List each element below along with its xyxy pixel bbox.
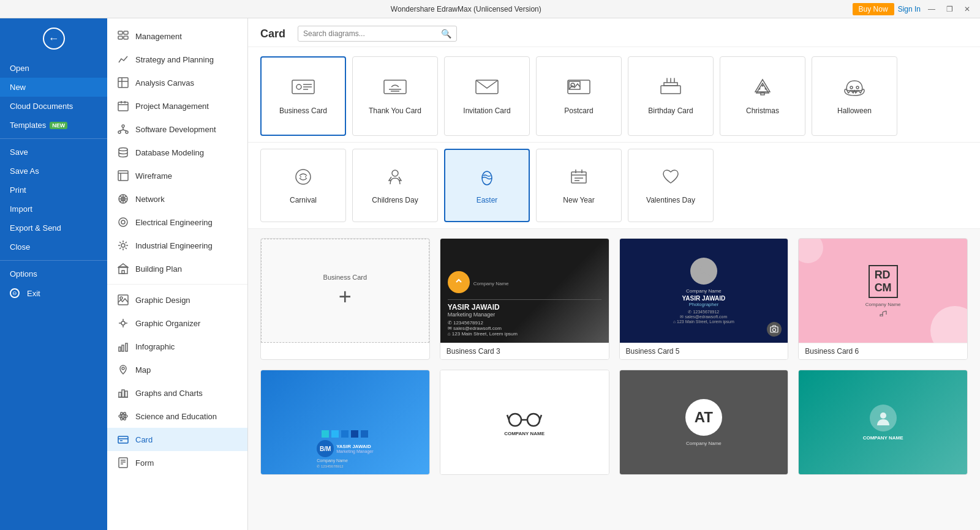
subcat-easter[interactable]: Easter: [444, 149, 530, 222]
titlebar: Wondershare EdrawMax (Unlicensed Version…: [0, 0, 980, 18]
card-type-business-card[interactable]: Business Card: [260, 56, 346, 136]
category-item-software[interactable]: Software Development: [107, 118, 247, 141]
business-card-icon: [291, 77, 315, 102]
industrial-icon: [117, 239, 129, 252]
back-button[interactable]: ←: [43, 28, 65, 50]
content-header: Card 🔍: [248, 18, 980, 47]
template-bcb[interactable]: COMPANY NAME: [440, 370, 609, 475]
category-item-wireframe[interactable]: Wireframe: [107, 164, 247, 187]
sidebar-item-new[interactable]: New: [0, 78, 107, 97]
sidebar-divider-1: [0, 138, 107, 139]
templates-section: Business Card + Compan: [248, 229, 980, 530]
bc5-inner: Company Name YASIR JAWAID Photographer ✆…: [620, 239, 788, 343]
buy-now-button[interactable]: Buy Now: [853, 3, 894, 15]
bc5-title: Photographer: [689, 302, 718, 307]
easter-label: Easter: [477, 196, 498, 204]
halloween-icon: [842, 77, 867, 102]
sidebar-item-cloud[interactable]: Cloud Documents: [0, 97, 107, 116]
category-item-management[interactable]: Management: [107, 24, 247, 48]
bca-name: YASIR JAWAID: [336, 444, 373, 449]
svg-rect-0: [118, 31, 123, 34]
card-type-christmas[interactable]: Christmas: [720, 56, 805, 136]
card-type-birthday[interactable]: Birthday Card: [628, 56, 714, 136]
svg-point-49: [123, 416, 124, 417]
category-item-electrical[interactable]: Electrical Engineering: [107, 211, 247, 234]
page-title: Card: [260, 28, 285, 40]
card-type-halloween[interactable]: Halloween: [812, 56, 897, 136]
search-input[interactable]: [303, 29, 441, 38]
sidebar-item-open[interactable]: Open: [0, 59, 107, 78]
subcat-valentines[interactable]: Valentines Day: [628, 149, 714, 222]
svg-point-80: [850, 86, 853, 89]
sidebar-item-exit[interactable]: ⊖ Exit: [0, 283, 107, 303]
category-item-card[interactable]: Card: [107, 428, 247, 451]
category-item-graphic-design[interactable]: Graphic Design: [107, 288, 247, 312]
category-item-infographic[interactable]: Infographic: [107, 335, 247, 358]
category-item-science[interactable]: Science and Education: [107, 405, 247, 428]
form-icon: [117, 457, 129, 469]
sidebar-item-export[interactable]: Export & Send: [0, 218, 107, 237]
map-icon: [117, 364, 129, 376]
bcc-company: Company Name: [686, 441, 722, 446]
svg-point-26: [121, 220, 125, 224]
category-item-database[interactable]: Database Modeling: [107, 141, 247, 164]
category-item-network[interactable]: Network: [107, 187, 247, 211]
bca-phone: ✆ 12345678912: [317, 464, 373, 468]
subcat-carnival[interactable]: Carnival: [260, 149, 346, 222]
search-icon[interactable]: 🔍: [441, 29, 451, 39]
svg-rect-40: [126, 343, 127, 351]
christmas-label: Christmas: [746, 106, 779, 115]
template-bcd[interactable]: COMPANY NAME: [798, 370, 968, 475]
valentines-icon: [661, 167, 680, 191]
new-blank-card[interactable]: Business Card +: [260, 238, 430, 360]
templates-badge: NEW: [50, 122, 67, 129]
svg-rect-76: [761, 92, 764, 95]
bc6-company: Company Name: [865, 302, 901, 307]
category-item-analysis[interactable]: Analysis Canvas: [107, 71, 247, 94]
category-item-project[interactable]: Project Management: [107, 94, 247, 118]
sidebar-item-templates[interactable]: Templates NEW: [0, 116, 107, 135]
category-item-strategy[interactable]: Strategy and Planning: [107, 48, 247, 71]
valentines-label: Valentines Day: [646, 196, 695, 204]
bc6-initials: RDCM: [869, 265, 898, 298]
sidebar-item-print[interactable]: Print: [0, 181, 107, 200]
bc5-info: ✆ 12345678912✉ sales@edrawsoft.com⌂ 123 …: [673, 310, 734, 324]
card-type-thank-you[interactable]: Thank You Card: [352, 56, 438, 136]
card-type-invitation[interactable]: Invitation Card: [444, 56, 530, 136]
app-body: ← Open New Cloud Documents Templates NEW…: [0, 18, 980, 530]
sidebar-item-import[interactable]: Import: [0, 200, 107, 218]
svg-rect-50: [118, 436, 128, 443]
template-bca[interactable]: B/M YASIR JAWAID Marketing Manager Compa…: [260, 370, 430, 475]
sidebar-divider-2: [0, 260, 107, 261]
svg-point-84: [305, 176, 306, 177]
sidebar-item-options[interactable]: Options: [0, 264, 107, 283]
management-icon: [117, 30, 129, 42]
carnival-icon: [293, 167, 313, 191]
postcard-icon: [567, 77, 591, 102]
sidebar-item-save[interactable]: Save: [0, 143, 107, 162]
subcat-section: Carnival Childrens Day: [248, 143, 980, 229]
close-button[interactable]: ✕: [960, 4, 974, 15]
template-bc3[interactable]: Company Name YASIR JAWAID Marketing Mana…: [440, 238, 609, 360]
template-bcc[interactable]: AT Company Name: [619, 370, 789, 475]
category-item-building[interactable]: Building Plan: [107, 257, 247, 280]
maximize-button[interactable]: ❐: [943, 4, 957, 15]
sidebar-item-save-as[interactable]: Save As: [0, 162, 107, 181]
category-item-industrial[interactable]: Industrial Engineering: [107, 234, 247, 257]
sign-in-button[interactable]: Sign In: [898, 5, 921, 13]
category-item-form[interactable]: Form: [107, 451, 247, 474]
template-bc5[interactable]: Company Name YASIR JAWAID Photographer ✆…: [619, 238, 789, 360]
graphs-icon: [117, 387, 129, 399]
wireframe-icon: [117, 170, 129, 182]
template-bc6[interactable]: RDCM Company Name Business Card 6: [798, 238, 968, 360]
category-item-graphs[interactable]: Graphs and Charts: [107, 381, 247, 405]
category-item-graphic-organizer[interactable]: Graphic Organizer: [107, 312, 247, 335]
category-item-map[interactable]: Map: [107, 358, 247, 381]
sidebar-item-close[interactable]: Close: [0, 237, 107, 256]
bc5-thumb: Company Name YASIR JAWAID Photographer ✆…: [620, 239, 788, 343]
subcat-childrens-day[interactable]: Childrens Day: [352, 149, 438, 222]
minimize-button[interactable]: —: [924, 4, 939, 15]
card-type-postcard[interactable]: Postcard: [536, 56, 622, 136]
svg-point-85: [392, 170, 398, 176]
subcat-new-year[interactable]: New Year: [536, 149, 622, 222]
